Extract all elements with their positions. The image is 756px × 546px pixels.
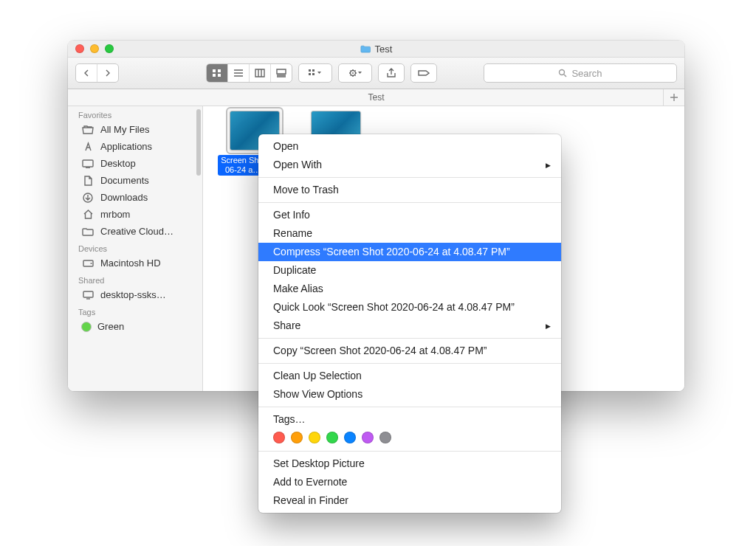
menu-compress[interactable]: Compress “Screen Shot 2020-06-24 at 4.08… <box>258 243 561 261</box>
sidebar-item-tag-green[interactable]: Green <box>68 318 195 335</box>
menu-share[interactable]: Share <box>258 317 561 335</box>
menu-tag-colors <box>258 429 561 448</box>
menu-rename[interactable]: Rename <box>258 224 561 243</box>
search-field[interactable]: Search <box>484 63 677 83</box>
downloads-icon <box>81 193 94 203</box>
forward-button[interactable] <box>97 64 118 82</box>
menu-move-to-trash[interactable]: Move to Trash <box>258 181 561 199</box>
sidebar-item-applications[interactable]: Applications <box>68 138 195 155</box>
folder-icon <box>81 227 94 237</box>
toolbar: Search <box>68 58 684 89</box>
menu-set-desktop[interactable]: Set Desktop Picture <box>258 455 561 473</box>
tag-color-purple[interactable] <box>362 432 374 443</box>
menu-clean-up[interactable]: Clean Up Selection <box>258 367 561 385</box>
menu-separator <box>258 407 561 407</box>
minimize-window-button[interactable] <box>90 44 99 53</box>
svg-rect-0 <box>213 69 216 72</box>
arrange-button[interactable] <box>298 63 332 83</box>
svg-point-10 <box>560 70 565 75</box>
sidebar-item-desktop[interactable]: Desktop <box>68 155 195 172</box>
maximize-window-button[interactable] <box>105 44 114 53</box>
sidebar-item-creative-cloud[interactable]: Creative Cloud… <box>68 223 195 240</box>
icon-view-button[interactable] <box>207 64 228 82</box>
svg-rect-7 <box>312 73 315 75</box>
window-controls <box>75 44 114 53</box>
svg-point-14 <box>90 263 92 264</box>
path-bar: Test <box>68 89 684 106</box>
context-menu: Open Open With Move to Trash Get Info Re… <box>258 134 561 513</box>
menu-separator <box>258 451 561 452</box>
nav-buttons <box>75 63 119 83</box>
sidebar-item-documents[interactable]: Documents <box>68 172 195 189</box>
svg-rect-11 <box>83 160 93 167</box>
menu-separator <box>258 177 561 178</box>
home-icon <box>81 210 94 220</box>
view-mode-buttons <box>206 63 292 83</box>
sidebar-item-shared-computer[interactable]: desktop-ssks… <box>68 286 195 303</box>
sidebar-section-devices: Devices <box>68 240 195 255</box>
menu-reveal-finder[interactable]: Reveal in Finder <box>258 491 561 510</box>
menu-duplicate[interactable]: Duplicate <box>258 261 561 280</box>
coverflow-view-button[interactable] <box>271 64 292 82</box>
share-button[interactable] <box>378 63 405 83</box>
menu-open-with[interactable]: Open With <box>258 156 561 174</box>
menu-tags-label[interactable]: Tags… <box>258 410 561 429</box>
tag-color-blue[interactable] <box>344 432 356 443</box>
menu-open[interactable]: Open <box>258 137 561 156</box>
sidebar-scrollbar[interactable] <box>196 109 201 176</box>
menu-separator <box>258 338 561 339</box>
column-view-button[interactable] <box>250 64 271 82</box>
tag-color-yellow[interactable] <box>309 432 320 443</box>
svg-point-9 <box>352 72 354 74</box>
path-text: Test <box>368 92 384 103</box>
folder-icon <box>360 45 371 53</box>
sidebar-section-shared: Shared <box>68 272 195 286</box>
tag-color-green[interactable] <box>326 432 338 443</box>
tag-color-dot <box>81 322 92 332</box>
window-title-text: Test <box>375 44 393 55</box>
disk-icon <box>81 258 94 269</box>
sidebar: Favorites All My Files Applications Desk… <box>68 106 203 391</box>
sidebar-item-macintosh-hd[interactable]: Macintosh HD <box>68 255 195 272</box>
tag-color-gray[interactable] <box>379 432 391 443</box>
svg-rect-6 <box>309 73 311 75</box>
sidebar-section-tags: Tags <box>68 303 195 318</box>
tag-color-red[interactable] <box>273 432 285 443</box>
desktop-icon <box>81 159 94 169</box>
computer-icon <box>81 290 94 300</box>
menu-add-evernote[interactable]: Add to Evernote <box>258 473 561 491</box>
svg-rect-2 <box>213 74 216 77</box>
menu-copy[interactable]: Copy “Screen Shot 2020-06-24 at 4.08.47 … <box>258 342 561 360</box>
titlebar: Test <box>68 41 684 58</box>
applications-icon <box>81 142 94 152</box>
close-window-button[interactable] <box>75 44 84 53</box>
menu-make-alias[interactable]: Make Alias <box>258 280 561 298</box>
menu-view-options[interactable]: Show View Options <box>258 385 561 404</box>
search-placeholder: Search <box>571 68 602 79</box>
action-button[interactable] <box>338 63 372 83</box>
svg-rect-4 <box>309 69 311 72</box>
sidebar-item-home[interactable]: mrbom <box>68 206 195 223</box>
tag-color-orange[interactable] <box>291 432 303 443</box>
menu-separator <box>258 363 561 364</box>
list-view-button[interactable] <box>228 64 250 82</box>
sidebar-section-favorites: Favorites <box>68 106 195 121</box>
window-title: Test <box>68 44 684 55</box>
svg-rect-3 <box>218 74 221 77</box>
documents-icon <box>81 176 94 186</box>
svg-rect-1 <box>218 69 221 72</box>
svg-rect-15 <box>83 291 93 297</box>
sidebar-item-all-my-files[interactable]: All My Files <box>68 121 195 138</box>
menu-separator <box>258 202 561 203</box>
svg-rect-5 <box>312 69 315 72</box>
tags-button[interactable] <box>410 63 437 83</box>
search-icon <box>558 69 567 77</box>
new-tab-button[interactable] <box>663 89 684 106</box>
sidebar-item-downloads[interactable]: Downloads <box>68 189 195 206</box>
menu-quick-look[interactable]: Quick Look “Screen Shot 2020-06-24 at 4.… <box>258 298 561 317</box>
back-button[interactable] <box>76 64 97 82</box>
menu-get-info[interactable]: Get Info <box>258 206 561 224</box>
all-my-files-icon <box>81 125 94 135</box>
